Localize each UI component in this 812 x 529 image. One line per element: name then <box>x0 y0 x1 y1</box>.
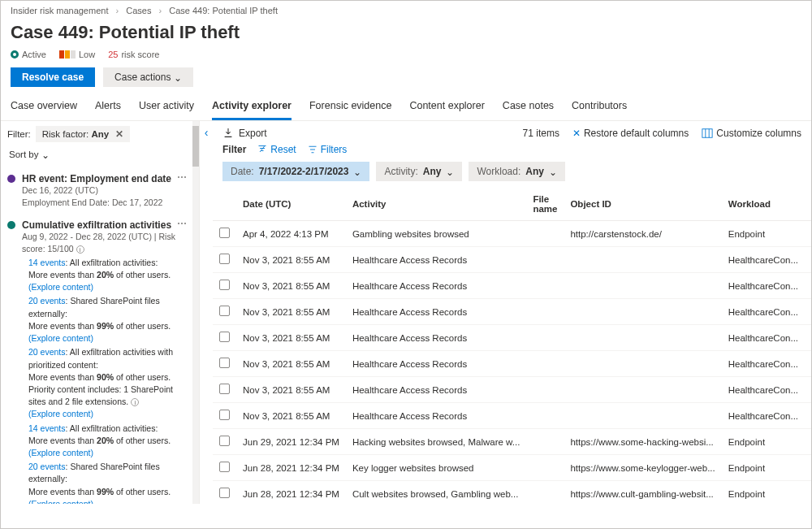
row-checkbox[interactable] <box>219 254 230 264</box>
chevron-down-icon: ⌄ <box>174 72 182 84</box>
cell-file <box>526 403 564 429</box>
cell-file <box>526 455 564 481</box>
col-file-name[interactable]: File name <box>526 188 564 221</box>
cell-activity: Healthcare Access Records <box>346 351 526 377</box>
cell-item-type <box>805 403 811 429</box>
event-count-link[interactable]: 20 events <box>28 347 66 357</box>
table-row[interactable]: Nov 3, 2021 8:55 AMHealthcare Access Rec… <box>213 273 811 299</box>
explore-content-link[interactable]: (Explore content) <box>28 448 93 457</box>
more-icon[interactable]: ⋯ <box>177 171 188 183</box>
row-checkbox[interactable] <box>219 332 230 342</box>
customize-columns-button[interactable]: Customize columns <box>702 128 801 139</box>
risk-cards-list[interactable]: ⋯ HR event: Employment end date Dec 16, … <box>1 165 199 504</box>
cell-object-id: https://www.cult-gambling-websit... <box>564 481 721 505</box>
cell-workload: Endpoint <box>722 455 805 481</box>
workload-filter-pill[interactable]: Workload: Any ⌄ <box>469 162 564 181</box>
col-item-type[interactable]: Item type <box>805 188 811 221</box>
severity-low: Low <box>59 50 95 59</box>
cell-file <box>526 351 564 377</box>
filters-button[interactable]: Filters <box>308 144 348 155</box>
event-count-link[interactable]: 20 events <box>28 296 66 306</box>
table-row[interactable]: Nov 3, 2021 8:55 AMHealthcare Access Rec… <box>213 351 811 377</box>
table-row[interactable]: Jun 28, 2021 12:34 PMCult websites brows… <box>213 481 811 505</box>
reset-filters-button[interactable]: Reset <box>257 144 296 155</box>
event-count-link[interactable]: 14 events <box>28 423 66 433</box>
cell-file <box>526 481 564 505</box>
col-object-id[interactable]: Object ID <box>564 188 721 221</box>
cell-file <box>526 273 564 299</box>
row-checkbox[interactable] <box>219 436 230 446</box>
info-icon[interactable]: i <box>131 398 139 406</box>
explore-content-link[interactable]: (Explore content) <box>28 499 93 504</box>
cell-file <box>526 247 564 273</box>
event-count-link[interactable]: 14 events <box>28 258 66 267</box>
cell-file <box>526 299 564 325</box>
tab-contributors[interactable]: Contributors <box>572 93 627 120</box>
row-checkbox[interactable] <box>219 384 230 394</box>
explore-content-link[interactable]: (Explore content) <box>28 282 93 292</box>
explore-content-link[interactable]: (Explore content) <box>28 409 93 418</box>
risk-score-value: 25 <box>108 50 118 59</box>
insight-text: More events than <box>28 487 97 496</box>
resolve-case-button[interactable]: Resolve case <box>11 67 95 87</box>
card-cumulative-exfil[interactable]: ⋯ Cumulative exfiltration activities Aug… <box>9 215 192 504</box>
col-workload[interactable]: Workload <box>722 188 805 221</box>
tab-user-activity[interactable]: User activity <box>139 93 194 120</box>
insight-percent: 20% <box>97 270 114 280</box>
table-row[interactable]: Nov 3, 2021 8:55 AMHealthcare Access Rec… <box>213 325 811 351</box>
more-icon[interactable]: ⋯ <box>177 218 188 229</box>
row-checkbox[interactable] <box>219 410 230 420</box>
restore-columns-button[interactable]: ✕ Restore default columns <box>572 128 689 139</box>
close-icon[interactable]: ✕ <box>115 128 123 140</box>
col-activity[interactable]: Activity <box>346 188 526 221</box>
breadcrumb-cases[interactable]: Cases <box>126 6 151 15</box>
event-count-link[interactable]: 20 events <box>28 462 66 471</box>
collapse-panel-button[interactable]: ‹ <box>200 121 213 504</box>
info-icon[interactable]: i <box>76 245 84 254</box>
date-filter-pill[interactable]: Date: 7/17/2022-2/17/2023 ⌄ <box>222 162 369 181</box>
tab-case-overview[interactable]: Case overview <box>11 93 77 120</box>
chevron-down-icon: ⌄ <box>41 150 50 161</box>
card-hr-event[interactable]: ⋯ HR event: Employment end date Dec 16, … <box>9 168 192 215</box>
table-row[interactable]: Apr 4, 2022 4:13 PMGambling websites bro… <box>213 221 811 247</box>
table-row[interactable]: Jun 28, 2021 12:34 PMKey logger websites… <box>213 455 811 481</box>
scrollbar-thumb[interactable] <box>192 126 199 167</box>
cell-date: Nov 3, 2021 8:55 AM <box>236 403 346 429</box>
filter-heading: Filter <box>222 144 246 155</box>
cell-item-type <box>805 273 811 299</box>
pill-key: Activity: <box>384 166 417 177</box>
row-checkbox[interactable] <box>219 462 230 472</box>
row-checkbox[interactable] <box>219 228 230 238</box>
case-actions-button[interactable]: Case actions ⌄ <box>103 67 193 87</box>
tab-alerts[interactable]: Alerts <box>95 93 121 120</box>
svg-rect-0 <box>702 129 712 138</box>
tab-activity-explorer[interactable]: Activity explorer <box>212 93 292 120</box>
table-row[interactable]: Nov 3, 2021 8:55 AMHealthcare Access Rec… <box>213 377 811 403</box>
tab-forensic-evidence[interactable]: Forensic evidence <box>309 93 391 120</box>
row-checkbox[interactable] <box>219 306 230 316</box>
table-row[interactable]: Jun 29, 2021 12:34 PMHacking websites br… <box>213 429 811 455</box>
row-checkbox[interactable] <box>219 280 230 290</box>
activity-filter-pill[interactable]: Activity: Any ⌄ <box>376 162 462 181</box>
export-button[interactable]: Export <box>222 128 267 139</box>
filter-pill-value: Any <box>91 129 109 139</box>
explore-content-link[interactable]: (Explore content) <box>28 333 93 343</box>
row-checkbox[interactable] <box>219 358 230 368</box>
cell-activity: Cult websites browsed, Gambling web... <box>346 481 526 505</box>
table-row[interactable]: Nov 3, 2021 8:55 AMHealthcare Access Rec… <box>213 403 811 429</box>
sort-by-dropdown[interactable]: Sort by ⌄ <box>1 147 199 165</box>
table-row[interactable]: Nov 3, 2021 8:55 AMHealthcare Access Rec… <box>213 247 811 273</box>
activity-grid[interactable]: Date (UTC) Activity File name Object ID … <box>213 188 811 504</box>
col-date[interactable]: Date (UTC) <box>236 188 346 221</box>
status-active-label: Active <box>22 50 46 59</box>
scrollbar[interactable] <box>192 121 199 504</box>
table-row[interactable]: Nov 3, 2021 8:55 AMHealthcare Access Rec… <box>213 299 811 325</box>
tab-case-notes[interactable]: Case notes <box>503 93 554 120</box>
tab-content-explorer[interactable]: Content explorer <box>409 93 484 120</box>
breadcrumb-root[interactable]: Insider risk management <box>11 6 108 15</box>
col-checkbox[interactable] <box>213 188 236 221</box>
insight-percent: 90% <box>97 372 114 382</box>
row-checkbox[interactable] <box>219 488 230 498</box>
risk-factor-pill[interactable]: Risk factor: Any ✕ <box>36 126 130 142</box>
risk-score-label: risk score <box>121 50 159 59</box>
